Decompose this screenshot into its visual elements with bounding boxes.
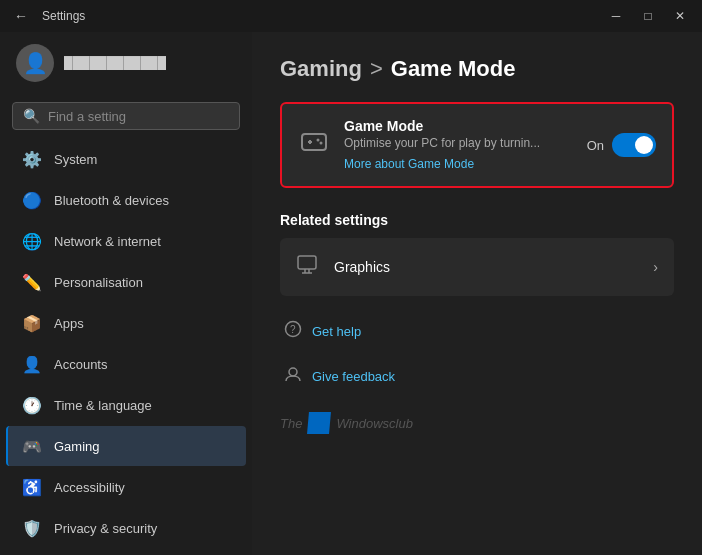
avatar-icon: 👤 <box>23 51 48 75</box>
give-feedback-icon <box>284 365 302 388</box>
svg-point-11 <box>289 368 297 376</box>
get-help-link[interactable]: ? Get help <box>280 312 674 351</box>
privacy-icon: 🛡️ <box>22 518 42 538</box>
network-icon: 🌐 <box>22 231 42 251</box>
accounts-icon: 👤 <box>22 354 42 374</box>
sidebar-item-label: Network & internet <box>54 234 161 249</box>
avatar: 👤 <box>16 44 54 82</box>
sidebar-item-system[interactable]: ⚙️ System <box>6 139 246 179</box>
sidebar-item-label: System <box>54 152 97 167</box>
game-mode-toggle[interactable] <box>612 133 656 157</box>
user-profile[interactable]: 👤 ████████████ <box>0 32 252 94</box>
sidebar-item-label: Time & language <box>54 398 152 413</box>
sidebar-item-bluetooth[interactable]: 🔵 Bluetooth & devices <box>6 180 246 220</box>
system-icon: ⚙️ <box>22 149 42 169</box>
sidebar-item-network[interactable]: 🌐 Network & internet <box>6 221 246 261</box>
breadcrumb: Gaming > Game Mode <box>280 56 674 82</box>
apps-icon: 📦 <box>22 313 42 333</box>
search-box[interactable]: 🔍 <box>12 102 240 130</box>
sidebar-item-label: Apps <box>54 316 84 331</box>
sidebar-nav: ⚙️ System 🔵 Bluetooth & devices 🌐 Networ… <box>0 138 252 555</box>
game-mode-link[interactable]: More about Game Mode <box>344 157 474 171</box>
related-settings-title: Related settings <box>280 212 674 228</box>
breadcrumb-current: Game Mode <box>391 56 516 82</box>
give-feedback-link[interactable]: Give feedback <box>280 357 674 396</box>
titlebar-controls: ─ □ ✕ <box>602 5 694 27</box>
toggle-label: On <box>587 138 604 153</box>
user-name: ████████████ <box>64 56 166 70</box>
windows-logo-icon <box>307 412 331 434</box>
sidebar-item-apps[interactable]: 📦 Apps <box>6 303 246 343</box>
gaming-icon: 🎮 <box>22 436 42 456</box>
svg-point-3 <box>317 138 320 141</box>
svg-point-4 <box>320 141 323 144</box>
search-container: 🔍 <box>0 94 252 138</box>
content-area: Gaming > Game Mode Game Mode Optimise yo… <box>252 32 702 555</box>
sidebar-item-accounts[interactable]: 👤 Accounts <box>6 344 246 384</box>
titlebar: ← Settings ─ □ ✕ <box>0 0 702 32</box>
game-mode-desc: Optimise your PC for play by turnin... <box>344 136 573 150</box>
help-links: ? Get help Give feedback <box>280 312 674 396</box>
svg-rect-0 <box>302 134 326 150</box>
back-button[interactable]: ← <box>8 4 34 28</box>
watermark-text: The <box>280 416 302 431</box>
personalisation-icon: ✏️ <box>22 272 42 292</box>
sidebar-item-label: Privacy & security <box>54 521 157 536</box>
chevron-right-icon: › <box>653 259 658 275</box>
get-help-icon: ? <box>284 320 302 343</box>
sidebar-item-gaming[interactable]: 🎮 Gaming <box>6 426 246 466</box>
breadcrumb-parent[interactable]: Gaming <box>280 56 362 82</box>
time-icon: 🕐 <box>22 395 42 415</box>
graphics-icon <box>296 252 320 282</box>
search-icon: 🔍 <box>23 108 40 124</box>
get-help-label: Get help <box>312 324 361 339</box>
sidebar-item-privacy[interactable]: 🛡️ Privacy & security <box>6 508 246 548</box>
search-input[interactable] <box>48 109 229 124</box>
graphics-settings-item[interactable]: Graphics › <box>280 238 674 296</box>
sidebar-item-accessibility[interactable]: ♿ Accessibility <box>6 467 246 507</box>
svg-text:?: ? <box>290 324 296 335</box>
sidebar-item-windows-update[interactable]: 🔄 Windows Update <box>6 549 246 555</box>
graphics-label: Graphics <box>334 259 639 275</box>
sidebar-item-time[interactable]: 🕐 Time & language <box>6 385 246 425</box>
accessibility-icon: ♿ <box>22 477 42 497</box>
minimize-button[interactable]: ─ <box>602 5 630 27</box>
watermark: The Windowsclub <box>280 412 674 434</box>
app-container: 👤 ████████████ 🔍 ⚙️ System 🔵 Bluetooth &… <box>0 32 702 555</box>
breadcrumb-separator: > <box>370 56 383 82</box>
sidebar-item-personalisation[interactable]: ✏️ Personalisation <box>6 262 246 302</box>
titlebar-left: ← Settings <box>8 4 85 28</box>
give-feedback-label: Give feedback <box>312 369 395 384</box>
svg-rect-5 <box>298 256 316 269</box>
game-mode-card: Game Mode Optimise your PC for play by t… <box>280 102 674 188</box>
watermark-text2: Windowsclub <box>336 416 412 431</box>
sidebar-item-label: Accounts <box>54 357 107 372</box>
sidebar-item-label: Accessibility <box>54 480 125 495</box>
bluetooth-icon: 🔵 <box>22 190 42 210</box>
game-mode-card-icon <box>298 126 330 165</box>
game-mode-info: Game Mode Optimise your PC for play by t… <box>344 118 573 172</box>
sidebar-item-label: Gaming <box>54 439 100 454</box>
sidebar-item-label: Bluetooth & devices <box>54 193 169 208</box>
maximize-button[interactable]: □ <box>634 5 662 27</box>
sidebar-item-label: Personalisation <box>54 275 143 290</box>
titlebar-title: Settings <box>42 9 85 23</box>
sidebar: 👤 ████████████ 🔍 ⚙️ System 🔵 Bluetooth &… <box>0 32 252 555</box>
game-mode-title: Game Mode <box>344 118 573 134</box>
toggle-container: On <box>587 133 656 157</box>
close-button[interactable]: ✕ <box>666 5 694 27</box>
